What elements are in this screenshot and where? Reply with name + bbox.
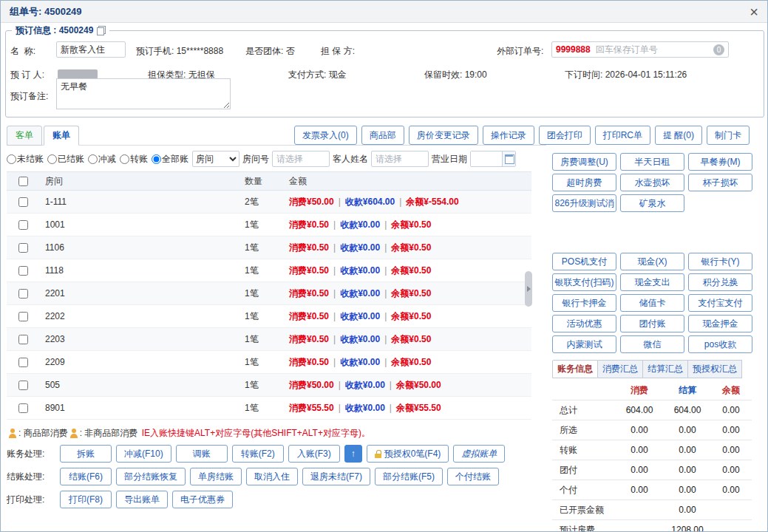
table-row[interactable]: 2203 1笔 消费¥0.50|收款¥0.00|余额¥0.50 <box>7 328 531 351</box>
radio-offset[interactable]: 冲减 <box>88 153 116 166</box>
invoice-entry-button[interactable]: 发票录入(0) <box>294 126 357 145</box>
arrow-up-button[interactable]: ↑ <box>344 445 362 463</box>
radio-settled[interactable]: 已结账 <box>47 153 84 166</box>
count-cell: 1笔 <box>239 265 283 277</box>
cup-damage-button[interactable]: 杯子损坏 <box>688 174 752 191</box>
copy-icon[interactable] <box>97 26 106 35</box>
reminder-button[interactable]: 提 醒(0) <box>655 126 702 145</box>
make-keycard-button[interactable]: 制门卡 <box>707 126 750 145</box>
radio-settled-input[interactable] <box>47 154 57 164</box>
radio-transfer[interactable]: 转账 <box>120 153 148 166</box>
tab-guest-bill[interactable]: 客单 <box>7 126 42 146</box>
neimeng-test-button[interactable]: 内蒙测试 <box>552 335 616 353</box>
cancel-checkin-button[interactable]: 取消入住 <box>246 468 298 485</box>
row-checkbox[interactable] <box>18 220 28 230</box>
guest-name-input[interactable] <box>371 151 429 167</box>
row-checkbox[interactable] <box>18 289 28 299</box>
row-checkbox[interactable] <box>18 381 28 390</box>
room-number-input[interactable] <box>272 151 330 167</box>
points-redeem-button[interactable]: 积分兑换 <box>688 273 752 291</box>
radio-offset-input[interactable] <box>88 154 98 164</box>
row-checkbox[interactable] <box>18 243 28 253</box>
radio-all-input[interactable] <box>152 154 161 164</box>
tab-settle-summary[interactable]: 结算汇总 <box>643 360 688 378</box>
table-row[interactable]: 1001 1笔 消费¥0.50|收款¥0.00|余额¥0.50 <box>7 214 531 236</box>
bank-card-deposit-button[interactable]: 银行卡押金 <box>552 294 616 312</box>
adjust-bill-button[interactable]: 调账 <box>176 445 228 463</box>
mineral-water-button[interactable]: 矿泉水 <box>620 194 684 212</box>
pos-machine-pay-button[interactable]: POS机支付 <box>552 253 616 270</box>
radio-transfer-input[interactable] <box>120 154 129 164</box>
unionpay-qr-button[interactable]: 银联支付(扫码) <box>552 273 616 291</box>
table-row[interactable]: 1-111 2笔 消费¥50.00|收款¥604.00|余额¥-554.00 <box>7 191 531 214</box>
group-print-button[interactable]: 团会打印 <box>539 126 591 145</box>
table-row[interactable]: 2209 1笔 消费¥0.50|收款¥0.00|余额¥0.50 <box>7 351 531 374</box>
row-checkbox[interactable] <box>18 403 28 413</box>
table-row[interactable]: 2202 1笔 消费¥0.50|收款¥0.00|余额¥0.50 <box>7 305 531 328</box>
table-row[interactable]: 505 1笔 消费¥50.00|收款¥0.00|余额¥50.00 <box>7 374 531 397</box>
partial-checkout-button[interactable]: 部分结账(F5) <box>375 468 443 485</box>
transfer-bill-button[interactable]: 转账(F2) <box>232 445 284 463</box>
row-checkbox[interactable] <box>18 312 28 321</box>
offset-button[interactable]: 冲减(F10) <box>116 445 171 463</box>
name-input[interactable] <box>56 41 126 58</box>
radio-all[interactable]: 全部账 <box>152 153 188 166</box>
tab-preauth-summary[interactable]: 预授权汇总 <box>688 360 742 378</box>
row-checkbox[interactable] <box>18 266 28 276</box>
close-icon[interactable]: × <box>750 4 758 19</box>
tab-account-bill[interactable]: 账单 <box>44 126 79 146</box>
group-by-select[interactable]: 房间 <box>192 151 239 167</box>
tab-consume-summary[interactable]: 消费汇总 <box>598 360 643 378</box>
cash-deposit-button[interactable]: 现金押金 <box>688 315 752 332</box>
stored-value-card-button[interactable]: 储值卡 <box>620 294 684 312</box>
preauth-button[interactable]: 预授权0笔(F4) <box>367 445 449 463</box>
row-checkbox[interactable] <box>18 335 28 344</box>
cash-button[interactable]: 现金(X) <box>620 253 684 270</box>
cash-out-button[interactable]: 现金支出 <box>620 273 684 291</box>
row-checkbox[interactable] <box>18 358 28 367</box>
post-charge-button[interactable]: 入账(F3) <box>288 445 340 463</box>
e-coupon-button[interactable]: 电子优惠券 <box>172 491 233 508</box>
wechat-button[interactable]: 微信 <box>620 335 684 353</box>
table-row[interactable]: 2201 1笔 消费¥0.50|收款¥0.00|余额¥0.50 <box>7 282 531 305</box>
kettle-damage-button[interactable]: 水壶损坏 <box>620 174 684 191</box>
single-room-checkout-button[interactable]: 单房结账 <box>190 468 242 485</box>
alipay-button[interactable]: 支付宝支付 <box>688 294 752 312</box>
overtime-room-fee-button[interactable]: 超时房费 <box>552 174 616 191</box>
tab-account-info[interactable]: 账务信息 <box>552 360 598 378</box>
table-scroll-handle[interactable] <box>525 271 532 307</box>
external-order-input[interactable]: 9999888 回车保存订单号 0 <box>551 41 729 58</box>
business-date-input[interactable] <box>471 151 502 166</box>
individual-pay-checkout-button[interactable]: 个付结账 <box>447 468 499 485</box>
room-rate-adjust-button[interactable]: 房费调整(U) <box>552 153 616 171</box>
radio-unsettled[interactable]: 未结账 <box>7 153 44 166</box>
breakfast-coupon-button[interactable]: 早餐券(M) <box>688 153 752 171</box>
upgrade-test-button[interactable]: 826升级测试消 <box>552 194 616 212</box>
print-rc-button[interactable]: 打印RC单 <box>595 126 650 145</box>
radio-unsettled-input[interactable] <box>7 154 16 164</box>
partial-checkout-restore-button[interactable]: 部分结账恢复 <box>116 468 186 485</box>
bank-card-button[interactable]: 银行卡(Y) <box>688 253 752 270</box>
split-bill-button[interactable]: 拆账 <box>60 445 112 463</box>
select-all-checkbox[interactable] <box>18 177 28 186</box>
checkout-button[interactable]: 结账(F6) <box>60 468 112 485</box>
checkout-unsettled-button[interactable]: 退房未结(F7) <box>302 468 370 485</box>
rate-change-log-button[interactable]: 房价变更记录 <box>409 126 478 145</box>
operation-log-button[interactable]: 操作记录 <box>483 126 534 145</box>
activity-discount-button[interactable]: 活动优惠 <box>552 315 616 332</box>
virtual-bill-button[interactable]: 虚拟账单 <box>453 445 505 463</box>
summary-value: 0.00 <box>614 480 665 500</box>
table-row[interactable]: 1118 1笔 消费¥0.50|收款¥0.00|余额¥0.50 <box>7 259 531 282</box>
remark-textarea[interactable]: 无早餐 <box>56 78 231 109</box>
business-date-label: 营业日期 <box>432 153 467 166</box>
group-pay-button[interactable]: 团付账 <box>620 315 684 332</box>
half-day-rate-button[interactable]: 半天日租 <box>620 153 684 171</box>
print-button[interactable]: 打印(F8) <box>60 491 112 508</box>
export-bill-button[interactable]: 导出账单 <box>116 491 168 508</box>
calendar-icon[interactable] <box>502 151 515 166</box>
pos-receive-button[interactable]: pos收款 <box>688 335 752 353</box>
table-row[interactable]: 1106 1笔 消费¥0.50|收款¥0.00|余额¥0.50 <box>7 236 531 259</box>
table-row[interactable]: 8901 1笔 消费¥55.50|收款¥0.00|余额¥55.50 <box>7 397 531 420</box>
goods-dept-button[interactable]: 商品部 <box>361 126 404 145</box>
row-checkbox[interactable] <box>18 197 28 207</box>
